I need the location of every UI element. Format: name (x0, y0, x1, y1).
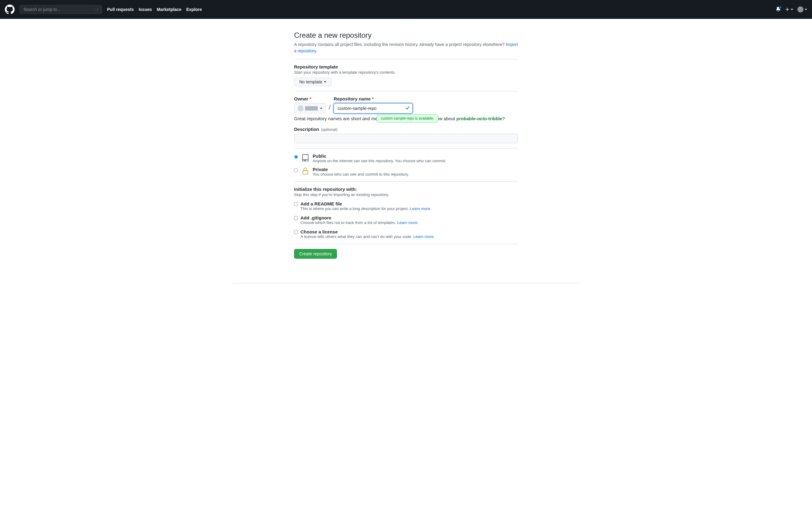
gitignore-learn-more-link[interactable]: Learn more. (397, 220, 418, 225)
user-menu-button[interactable] (798, 6, 807, 12)
visibility-public-radio[interactable] (294, 155, 298, 159)
initialize-heading: Initialize this repository with: (294, 187, 518, 192)
inspire-post: ? (502, 116, 504, 121)
visibility-public-row: Public Anyone on the internet can see th… (294, 154, 518, 163)
init-readme-title: Add a README file (300, 201, 431, 206)
visibility-private-desc: You choose who can see and commit to thi… (313, 172, 409, 176)
init-readme-desc-text: This is where you can write a long descr… (300, 206, 410, 211)
visibility-private-row: Private You choose who can see and commi… (294, 167, 518, 176)
caret-down-icon (805, 9, 807, 10)
nav-explore[interactable]: Explore (186, 7, 202, 12)
visibility-private-radio[interactable] (294, 168, 298, 172)
init-gitignore-row: Add .gitignore Choose which files not to… (294, 215, 518, 225)
init-readme-desc: This is where you can write a long descr… (300, 206, 431, 211)
owner-select[interactable] (294, 103, 326, 113)
page-subtitle: A repository contains all project files,… (294, 42, 518, 54)
avatar (798, 6, 804, 12)
license-learn-more-link[interactable]: Learn more. (413, 234, 435, 239)
repo-name-input[interactable] (334, 103, 413, 113)
search-wrap: / (20, 5, 102, 14)
svg-rect-0 (303, 171, 308, 174)
owner-label-text: Owner (294, 96, 308, 101)
nav-issues[interactable]: Issues (139, 7, 152, 12)
description-optional: (optional) (321, 127, 338, 132)
repo-icon (301, 154, 310, 163)
readme-learn-more-link[interactable]: Learn more. (410, 206, 431, 211)
nav-pull-requests[interactable]: Pull requests (107, 7, 134, 12)
init-gitignore-desc-text: Choose which files not to track from a l… (300, 220, 397, 225)
initialize-sub: Skip this step if you're importing an ex… (294, 192, 518, 197)
repo-name-column: Repository name * custom-sample-repo is … (334, 96, 413, 113)
header-right (776, 6, 807, 12)
template-select-text: No template (299, 79, 322, 84)
caret-down-icon (324, 81, 326, 82)
description-input[interactable] (294, 134, 518, 143)
owner-column: Owner * (294, 96, 326, 113)
init-license-row: Choose a license A license tells others … (294, 229, 518, 239)
divider (294, 148, 518, 148)
footer (211, 283, 601, 283)
caret-down-icon (791, 9, 793, 10)
init-license-title: Choose a license (300, 229, 435, 234)
github-logo[interactable] (5, 5, 14, 14)
owner-label: Owner * (294, 96, 326, 101)
slash-key-icon: / (95, 6, 100, 12)
template-sub: Start your repository with a template re… (294, 70, 518, 75)
divider (294, 244, 518, 244)
template-section: Repository template Start your repositor… (294, 64, 518, 86)
visibility-public-text: Public Anyone on the internet can see th… (313, 154, 446, 163)
notification-dot-icon (779, 6, 782, 9)
template-select[interactable]: No template (294, 78, 331, 86)
init-gitignore-desc: Choose which files not to track from a l… (300, 220, 418, 225)
nav-marketplace[interactable]: Marketplace (157, 7, 181, 12)
required-asterisk: * (310, 96, 312, 101)
owner-repo-row: Owner * / Repository name * custom-sampl… (294, 96, 518, 113)
divider (294, 59, 518, 59)
create-new-button[interactable] (785, 7, 793, 12)
init-license-checkbox[interactable] (294, 230, 298, 234)
main-header: / Pull requests Issues Marketplace Explo… (0, 0, 812, 19)
repo-name-label: Repository name * (334, 96, 413, 101)
page-title: Create a new repository (294, 31, 518, 39)
visibility-private-title: Private (313, 167, 409, 172)
description-label: Description (294, 127, 319, 132)
divider (294, 91, 518, 91)
owner-avatar (297, 105, 303, 111)
suggestion-link[interactable]: probable-octo-tribble (457, 116, 502, 121)
required-asterisk: * (372, 96, 374, 101)
nav-links: Pull requests Issues Marketplace Explore (107, 7, 202, 12)
path-separator: / (329, 104, 330, 113)
description-label-row: Description (optional) (294, 127, 518, 132)
visibility-public-desc: Anyone on the internet can see this repo… (313, 159, 446, 163)
init-readme-checkbox[interactable] (294, 202, 298, 206)
init-license-desc: A license tells others what they can and… (300, 234, 435, 239)
create-repository-button[interactable]: Create repository (294, 249, 337, 259)
notifications-button[interactable] (776, 7, 781, 12)
owner-name (305, 106, 318, 110)
visibility-public-title: Public (313, 154, 446, 159)
init-readme-row: Add a README file This is where you can … (294, 201, 518, 211)
availability-tooltip: custom-sample-repo is available. (377, 114, 438, 122)
repo-name-label-text: Repository name (334, 96, 371, 101)
init-gitignore-title: Add .gitignore (300, 215, 418, 220)
footer-divider (233, 283, 579, 283)
main-container: Create a new repository A repository con… (289, 31, 523, 271)
subtitle-text: A repository contains all project files,… (294, 42, 506, 47)
init-gitignore-checkbox[interactable] (294, 216, 298, 220)
caret-down-icon (320, 108, 322, 109)
init-license-desc-text: A license tells others what they can and… (300, 234, 413, 239)
visibility-private-text: Private You choose who can see and commi… (313, 167, 409, 176)
check-icon (405, 106, 410, 111)
search-input[interactable] (20, 5, 102, 14)
lock-icon (301, 167, 310, 176)
template-label: Repository template (294, 64, 518, 70)
